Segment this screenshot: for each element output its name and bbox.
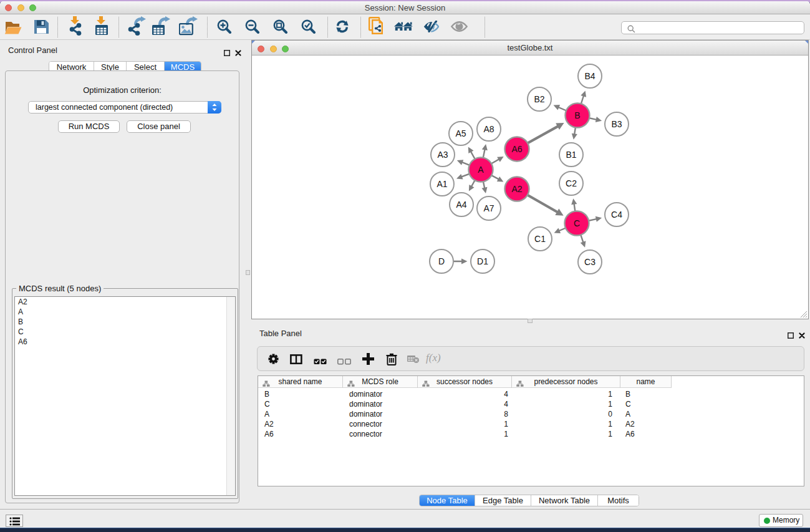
svg-text:A3: A3 (437, 150, 448, 160)
svg-text:C3: C3 (584, 257, 595, 267)
svg-text:B1: B1 (566, 150, 576, 160)
svg-text:B: B (574, 110, 580, 120)
svg-text:A1: A1 (436, 179, 447, 189)
svg-text:B4: B4 (584, 71, 595, 81)
svg-text:D1: D1 (477, 256, 488, 266)
svg-text:C: C (574, 218, 580, 228)
svg-text:B3: B3 (611, 119, 622, 129)
svg-text:D: D (438, 256, 445, 266)
svg-text:A6: A6 (511, 144, 522, 154)
svg-text:A8: A8 (483, 124, 494, 134)
svg-text:C1: C1 (534, 234, 546, 244)
svg-text:B2: B2 (534, 94, 544, 104)
svg-text:A2: A2 (511, 184, 522, 194)
svg-text:A5: A5 (455, 128, 466, 138)
svg-text:C4: C4 (611, 210, 622, 220)
svg-text:A: A (478, 165, 484, 175)
svg-text:A7: A7 (483, 203, 494, 213)
svg-text:A4: A4 (456, 200, 466, 210)
svg-text:C2: C2 (566, 178, 577, 188)
